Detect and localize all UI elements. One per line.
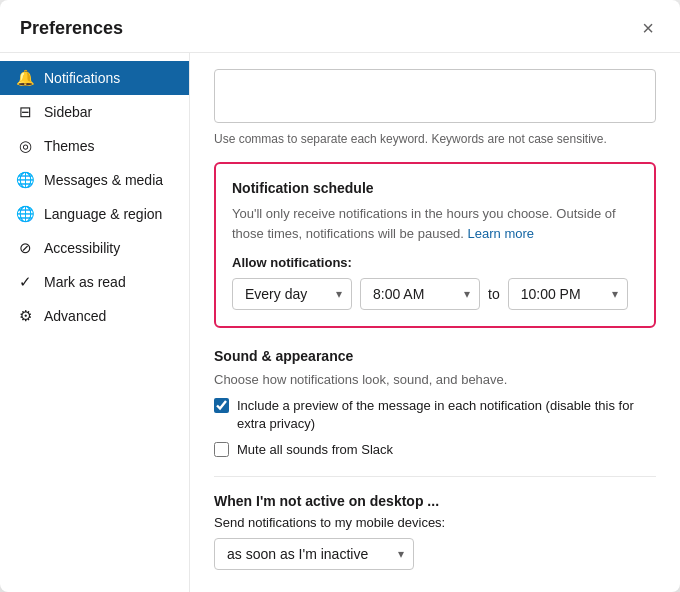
sidebar-item-label: Mark as read [44, 274, 126, 290]
sidebar-item-language-region[interactable]: 🌐 Language & region [0, 197, 189, 231]
inactive-sublabel: Send notifications to my mobile devices: [214, 515, 656, 530]
messages-icon: 🌐 [16, 171, 34, 189]
inactive-heading: When I'm not active on desktop ... [214, 493, 656, 509]
from-time-select-wrap: 8:00 AM 9:00 AM 10:00 AM ▾ [360, 278, 480, 310]
keywords-input[interactable] [214, 69, 656, 123]
accessibility-icon: ⊘ [16, 239, 34, 257]
sound-description: Choose how notifications look, sound, an… [214, 372, 656, 387]
from-time-select[interactable]: 8:00 AM 9:00 AM 10:00 AM [360, 278, 480, 310]
sidebar-item-accessibility[interactable]: ⊘ Accessibility [0, 231, 189, 265]
sound-appearance-section: Sound & appearance Choose how notificati… [214, 348, 656, 460]
themes-icon: ◎ [16, 137, 34, 155]
sidebar-item-label: Language & region [44, 206, 162, 222]
sidebar-item-messages-media[interactable]: 🌐 Messages & media [0, 163, 189, 197]
mute-sounds-row: Mute all sounds from Slack [214, 441, 656, 459]
inactive-select[interactable]: as soon as I'm inactive after 1 minute a… [214, 538, 414, 570]
sidebar-item-label: Messages & media [44, 172, 163, 188]
advanced-icon: ⚙ [16, 307, 34, 325]
include-preview-label: Include a preview of the message in each… [237, 397, 656, 433]
include-preview-checkbox[interactable] [214, 398, 229, 413]
content-area: Use commas to separate each keyword. Key… [190, 53, 680, 592]
include-preview-row: Include a preview of the message in each… [214, 397, 656, 433]
sidebar: 🔔 Notifications ⊟ Sidebar ◎ Themes 🌐 Mes… [0, 53, 190, 592]
modal-body: 🔔 Notifications ⊟ Sidebar ◎ Themes 🌐 Mes… [0, 53, 680, 592]
keywords-helper: Use commas to separate each keyword. Key… [214, 132, 656, 146]
sidebar-item-themes[interactable]: ◎ Themes [0, 129, 189, 163]
preferences-modal: Preferences × 🔔 Notifications ⊟ Sidebar … [0, 0, 680, 592]
sidebar-item-label: Accessibility [44, 240, 120, 256]
schedule-heading: Notification schedule [232, 180, 638, 196]
content-scroll: Use commas to separate each keyword. Key… [190, 53, 680, 592]
to-label: to [488, 286, 500, 302]
mute-sounds-checkbox[interactable] [214, 442, 229, 457]
sidebar-item-label: Themes [44, 138, 95, 154]
sidebar-item-mark-as-read[interactable]: ✓ Mark as read [0, 265, 189, 299]
notification-schedule-section: Notification schedule You'll only receiv… [214, 162, 656, 328]
learn-more-link[interactable]: Learn more [468, 226, 534, 241]
sound-heading: Sound & appearance [214, 348, 656, 364]
sidebar-item-sidebar[interactable]: ⊟ Sidebar [0, 95, 189, 129]
sidebar-icon: ⊟ [16, 103, 34, 121]
modal-title: Preferences [20, 18, 123, 39]
sidebar-item-advanced[interactable]: ⚙ Advanced [0, 299, 189, 333]
section-divider [214, 476, 656, 477]
to-time-select[interactable]: 10:00 PM 11:00 PM 12:00 AM [508, 278, 628, 310]
day-select-wrap: Every day Weekdays Weekends Custom ▾ [232, 278, 352, 310]
language-icon: 🌐 [16, 205, 34, 223]
inactive-select-wrap: as soon as I'm inactive after 1 minute a… [214, 538, 414, 570]
sidebar-item-label: Notifications [44, 70, 120, 86]
notifications-icon: 🔔 [16, 69, 34, 87]
mark-read-icon: ✓ [16, 273, 34, 291]
sidebar-item-label: Advanced [44, 308, 106, 324]
sidebar-item-notifications[interactable]: 🔔 Notifications [0, 61, 189, 95]
day-select[interactable]: Every day Weekdays Weekends Custom [232, 278, 352, 310]
to-time-select-wrap: 10:00 PM 11:00 PM 12:00 AM ▾ [508, 278, 628, 310]
close-button[interactable]: × [636, 16, 660, 40]
mute-sounds-label: Mute all sounds from Slack [237, 441, 393, 459]
sidebar-item-label: Sidebar [44, 104, 92, 120]
modal-header: Preferences × [0, 0, 680, 53]
schedule-description: You'll only receive notifications in the… [232, 204, 638, 243]
inactive-section: When I'm not active on desktop ... Send … [214, 493, 656, 570]
schedule-row: Every day Weekdays Weekends Custom ▾ 8:0… [232, 278, 638, 310]
allow-label: Allow notifications: [232, 255, 638, 270]
